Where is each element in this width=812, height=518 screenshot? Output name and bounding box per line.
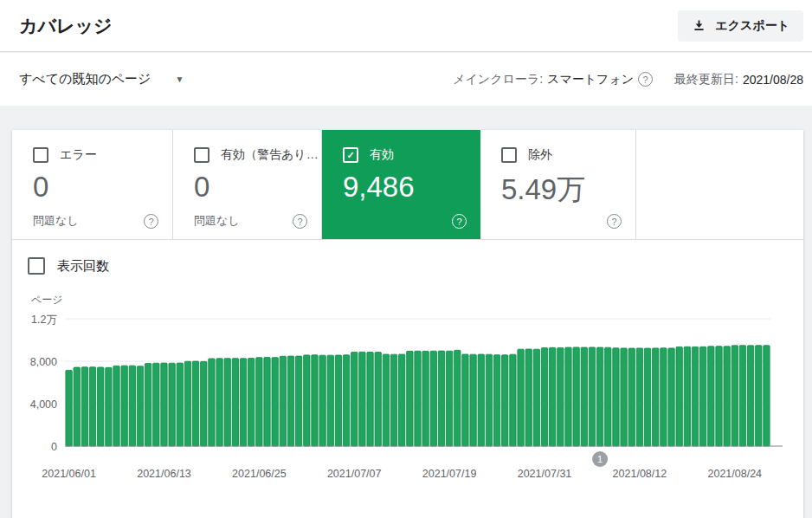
chart-bar[interactable] (232, 359, 238, 446)
help-icon[interactable]: ? (452, 214, 467, 229)
chart-bar[interactable] (613, 348, 619, 446)
chart-bar[interactable] (502, 355, 508, 446)
chart-bar[interactable] (256, 358, 262, 446)
chart-bar[interactable] (454, 350, 461, 446)
chart-bar[interactable] (684, 346, 690, 446)
chart-bar[interactable] (375, 353, 381, 446)
chart-bar[interactable] (541, 347, 547, 446)
chart-bar[interactable] (287, 356, 293, 446)
chart-bar[interactable] (327, 355, 333, 446)
chart-bar[interactable] (747, 346, 753, 446)
chart-bar[interactable] (240, 359, 246, 446)
chart-bar[interactable] (280, 356, 286, 446)
chart-bar[interactable] (565, 347, 571, 446)
chart-bar[interactable] (312, 355, 318, 446)
chart-bar[interactable] (557, 347, 564, 446)
chart-bar[interactable] (272, 358, 278, 446)
chart-bar[interactable] (66, 370, 72, 446)
status-card-valid-with-warnings[interactable]: 有効（警告あり… 0 問題なし ? (173, 130, 322, 239)
chart-bar[interactable] (216, 359, 222, 446)
impressions-toggle[interactable]: 表示回数 (28, 257, 803, 275)
chart-bar[interactable] (184, 361, 190, 446)
chart-bar[interactable] (438, 351, 444, 446)
chart-bar[interactable] (550, 347, 556, 446)
help-icon[interactable]: ? (144, 214, 158, 229)
chart-bar[interactable] (493, 355, 499, 446)
chart-bar[interactable] (145, 363, 151, 446)
chart-bar[interactable] (644, 348, 650, 446)
chart-bar[interactable] (636, 348, 642, 446)
chart-bar[interactable] (731, 346, 738, 446)
chart-bar[interactable] (407, 351, 413, 446)
chart-bar[interactable] (470, 354, 476, 446)
page-filter-dropdown[interactable]: すべての既知のページ ▼ (19, 71, 184, 87)
chart-bar[interactable] (390, 354, 396, 446)
chart-bar[interactable] (264, 358, 270, 446)
chart-bar[interactable] (510, 354, 516, 446)
chart-bar[interactable] (89, 367, 95, 446)
chart-bar[interactable] (137, 366, 143, 446)
chart-bar[interactable] (430, 351, 436, 446)
status-card-error[interactable]: エラー 0 問題なし ? (12, 130, 173, 239)
chart-bar[interactable] (486, 354, 492, 446)
chart-bar[interactable] (153, 363, 159, 446)
chart-bar[interactable] (121, 366, 127, 446)
chart-bar[interactable] (224, 359, 230, 446)
checkbox-valid-with-warnings[interactable] (194, 147, 209, 163)
export-button[interactable]: エクスポート (678, 10, 803, 42)
chart-bar[interactable] (589, 347, 595, 446)
chart-bar[interactable] (383, 354, 389, 446)
chart-bar[interactable] (81, 367, 87, 446)
chart-bar[interactable] (446, 351, 452, 446)
chart-bar[interactable] (169, 363, 175, 446)
chart-bar[interactable] (367, 352, 373, 446)
chart-bar[interactable] (708, 346, 714, 446)
chart-bar[interactable] (518, 349, 524, 446)
chart-bar[interactable] (209, 359, 215, 446)
chart-bar[interactable] (661, 348, 667, 446)
checkbox-impressions[interactable] (28, 257, 45, 275)
chart-bar[interactable] (74, 367, 80, 446)
chart-bar[interactable] (596, 347, 603, 446)
chart-bar[interactable] (335, 355, 341, 446)
help-icon[interactable]: ? (607, 214, 622, 229)
chart-bar[interactable] (621, 348, 627, 446)
chart-bar[interactable] (724, 346, 730, 446)
chart-bar[interactable] (756, 346, 762, 446)
chart-bar[interactable] (739, 346, 745, 446)
chart-bar[interactable] (533, 349, 539, 446)
chart-bar[interactable] (415, 351, 421, 446)
chart-bar[interactable] (764, 346, 770, 446)
checkbox-excluded[interactable] (501, 147, 517, 163)
chart-bar[interactable] (699, 346, 706, 446)
chart-bar[interactable] (462, 354, 468, 446)
chart-bar[interactable] (319, 355, 325, 446)
chart-bar[interactable] (129, 366, 135, 446)
checkbox-valid-checked[interactable]: ✓ (343, 147, 358, 163)
status-card-excluded[interactable]: 除外 5.49万 ? (480, 130, 636, 239)
chart-bar[interactable] (113, 366, 119, 446)
chart-bar[interactable] (676, 346, 682, 446)
help-icon[interactable]: ? (638, 72, 653, 87)
chart-bar[interactable] (581, 347, 587, 446)
chart-bar[interactable] (399, 354, 405, 446)
chart-bar[interactable] (668, 348, 674, 446)
chart-bar[interactable] (177, 363, 183, 446)
chart-bar[interactable] (98, 367, 104, 446)
chart-bar[interactable] (295, 356, 301, 446)
chart-bar[interactable] (605, 347, 611, 446)
chart-bar[interactable] (628, 348, 635, 446)
chart-bar[interactable] (106, 367, 112, 446)
checkbox-error[interactable] (33, 147, 48, 163)
chart-bar[interactable] (161, 363, 167, 446)
status-card-valid[interactable]: ✓ 有効 9,486 ? (322, 130, 480, 239)
chart-bar[interactable] (248, 359, 255, 446)
chart-bar[interactable] (716, 346, 722, 446)
chart-bar[interactable] (653, 348, 659, 446)
chart-bar[interactable] (351, 352, 358, 446)
chart-bar[interactable] (525, 349, 532, 446)
chart-bar[interactable] (692, 346, 698, 446)
help-icon[interactable]: ? (293, 214, 307, 229)
chart-bar[interactable] (573, 347, 579, 446)
chart-bar[interactable] (359, 352, 365, 446)
